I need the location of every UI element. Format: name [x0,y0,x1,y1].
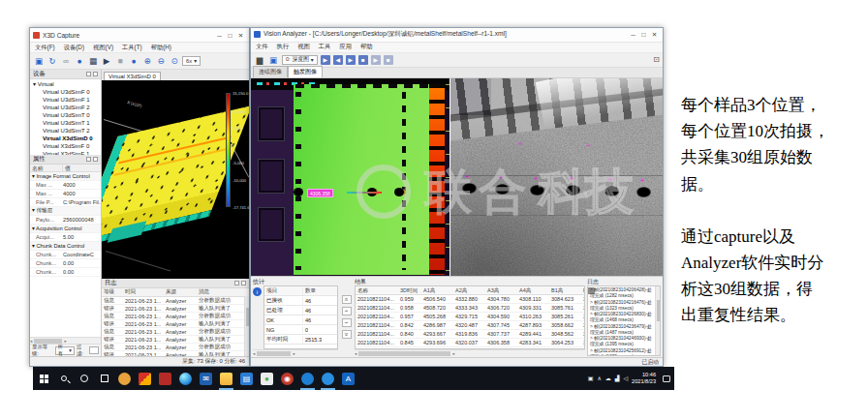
log-vscrollbar[interactable] [244,296,249,356]
device-tree-item[interactable]: Virtual U3dSimT 0 [30,111,101,119]
display-level-select[interactable]: 所有▾ [55,346,75,355]
panel-hscrollbar[interactable]: ◂▸ [30,337,101,344]
tab-触发图像[interactable]: 触发图像 [288,66,323,77]
device-tree-item[interactable]: Virtual U3dSimT 1 [30,119,101,127]
network-icon[interactable]: ▟ [615,375,620,381]
stats-row[interactable]: NG0 [264,325,337,335]
pause-button[interactable]: ▶ [371,55,381,65]
analyzer-log-vscrollbar[interactable] [655,286,660,355]
log-row[interactable]: 信息2021-06-23 1...Analyzer分析数据成功 [102,328,249,336]
file-explorer-icon[interactable] [216,367,236,390]
x3d-menu-item[interactable]: 帮助(H) [151,44,171,52]
refresh-icon[interactable]: ↻ [46,55,58,67]
depth-image-view[interactable]: 4306.358 [251,78,450,276]
results-column-header[interactable]: B2高 [581,287,585,294]
results-scroll-button[interactable]: « [342,295,352,304]
results-column-header[interactable]: A2高 [453,287,485,294]
results-row[interactable]: 20210821104...0.8454293.6964320.0374306.… [356,339,584,347]
results-column-header[interactable]: 3D时间 [398,287,421,294]
panel-header-icons[interactable] [86,72,98,76]
stop-icon[interactable]: ■ [114,55,126,67]
stats-row[interactable]: OK46 [264,315,337,325]
property-row[interactable]: Paylo...2560000048 [30,216,101,225]
mail-icon[interactable]: ✉ [196,367,216,390]
action-center-icon[interactable] [663,375,670,382]
log-row[interactable]: 信息2021-06-23 1...Analyzer分析数据成功 [102,297,249,305]
halt-button[interactable]: ■ [384,55,393,65]
intensity-image-view[interactable]: + + + + + + + + [450,78,663,276]
connect-icon[interactable]: ● [74,55,85,67]
start-button[interactable] [33,367,53,390]
x3d-menu-item[interactable]: 工具(T) [122,44,142,52]
property-value[interactable]: 5.00 [63,234,101,240]
tray-app-icon[interactable]: ▣ [588,375,594,381]
analyzer-menu-item[interactable]: 文件 [256,43,268,51]
view-mode-select[interactable]: 0: 深度图 ▾ [282,55,318,65]
x3d-menu-item[interactable]: 视图(V) [93,44,113,52]
results-hscrollbar[interactable]: ◂▸ [355,349,585,356]
camera-icon[interactable]: ▦ [87,55,99,67]
analyzer-menu-item[interactable]: 执行 [277,43,290,51]
zoom-out-icon[interactable]: ⊖ [155,55,167,67]
property-row[interactable]: Max ...4000 [30,181,101,190]
fit-view-icon[interactable]: ⊡ [653,55,660,64]
analyzer-menu-item[interactable]: 视图 [297,43,310,51]
log-column-header[interactable]: 来源 [164,288,197,296]
search-icon[interactable] [53,367,74,390]
results-scroll-button[interactable]: › [342,318,352,327]
results-column-header[interactable]: A1高 [421,287,453,294]
taskbar-clock[interactable]: 10:46 2021/8/23 [632,372,656,384]
property-row[interactable]: Chunk...CoordinateC [30,251,101,259]
tab-连续图像[interactable]: 连续图像 [253,66,288,77]
task-view-icon[interactable] [94,367,114,390]
log-row[interactable]: 错误2021-06-23 1...Analyzer输入队列满了 [102,336,249,344]
x3d-titlebar[interactable]: X3D Capture ─□✕ [30,28,249,43]
log-column-header[interactable]: 消息 [197,288,245,296]
record-video-icon[interactable]: ▶ [101,55,112,67]
analyzer-menu-item[interactable]: 帮助 [360,43,373,51]
open-icon[interactable]: ▆ [254,54,265,66]
save-icon[interactable]: ▣ [33,55,45,67]
log-row[interactable]: 错误2021-06-23 1...Analyzer输入队列满了 [102,320,249,328]
property-section-row[interactable]: ▾ Image Format Control [30,172,101,181]
results-column-header[interactable]: 名称 [356,287,398,294]
minimize-button[interactable]: ─ [214,29,225,42]
app-orange-icon[interactable] [114,367,135,390]
results-row[interactable]: 20210821104...0.8424286.9874320.4874307.… [356,321,584,330]
panel-header-icons[interactable] [86,157,98,162]
app-flag-icon[interactable] [135,367,155,390]
property-value[interactable]: 0.00 [63,260,101,266]
close-button[interactable]: ✕ [235,29,246,42]
device-tree-item[interactable]: Virtual X3dSimD 0 [30,135,101,142]
stats-row[interactable]: 平均时间2515.3 [264,335,337,345]
property-value[interactable]: 4000 [63,182,101,188]
onedrive-icon[interactable]: ☁ [605,375,611,381]
stats-hscrollbar[interactable]: ◂▸ [253,349,338,356]
log-row[interactable]: 信息2021-06-23 1...Analyzer分析数据成功 [102,313,249,320]
property-value[interactable]: C:\Program Fil... [63,199,101,205]
log-row[interactable]: 错误2021-06-23 1...Analyzer输入队列满了 [102,305,249,313]
results-row[interactable]: 20210821104...0.9584508.7204333.3434306.… [356,304,584,313]
panel-header-icons[interactable] [234,281,246,285]
analyzer-menu-item[interactable]: 应用 [339,43,352,51]
zoom-in-icon[interactable]: ⊕ [141,55,153,67]
app-blue-1-icon[interactable] [297,367,318,390]
step-back-button[interactable]: ◀ [333,55,343,65]
results-column-header[interactable]: B1高 [549,287,581,294]
results-row[interactable]: 20210821104...0.9594506.5404332.8804304.… [356,295,584,304]
property-value[interactable]: CoordinateC [63,252,101,257]
x3d-menu-item[interactable]: 设备(D) [64,44,84,52]
analyzer-titlebar[interactable]: Vision Analyzer - [C:/Users/Longer/Deskt… [251,28,663,43]
viewport-tab[interactable]: Virtual X3dSimD 0 [104,72,161,80]
property-row[interactable]: Chunk...0.00 [30,259,101,268]
device-tree-item[interactable]: Virtual X3dSimF 0 [30,142,101,150]
stats-row[interactable]: 已处理46 [264,306,337,315]
3d-viewport[interactable]: X (x10³) Y (x10³) 15,150.010,0005,0000-5… [102,80,249,279]
property-section-row[interactable]: ▾ Acquisition Control [30,225,101,233]
results-scroll-button[interactable]: ‹ [342,307,352,315]
device-tree-item[interactable]: Virtual X3dSimF 1 [30,150,101,155]
app-blue-2-icon[interactable] [318,367,338,390]
volume-icon[interactable]: ◁ [623,375,628,381]
edge-icon[interactable] [175,367,196,390]
document-app-icon[interactable]: ▤ [236,367,257,390]
